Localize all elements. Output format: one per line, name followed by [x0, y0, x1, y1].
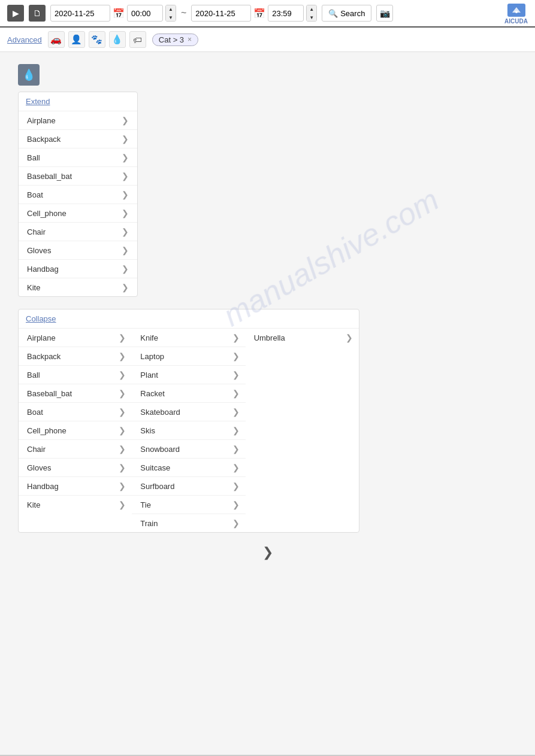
filter-drop-button[interactable]: 💧: [109, 31, 126, 48]
collapsed-panel-item[interactable]: Cell_phone❯: [19, 204, 137, 223]
camera-button[interactable]: 📷: [376, 5, 393, 22]
expanded-panel-item-col1[interactable]: Cell_phone❯: [19, 421, 132, 440]
start-time-input[interactable]: [127, 5, 163, 22]
start-date-input[interactable]: [50, 5, 110, 22]
end-date-input[interactable]: [191, 5, 251, 22]
collapse-link[interactable]: Collapse: [26, 314, 56, 323]
end-time-spinner[interactable]: ▲ ▼: [306, 5, 317, 22]
collapsed-panel-items: Airplane❯Backpack❯Ball❯Baseball_bat❯Boat…: [19, 111, 137, 296]
search-icon: 🔍: [328, 9, 338, 18]
chevron-right-icon: ❯: [232, 388, 240, 398]
expanded-panel-item-col1[interactable]: Baseball_bat❯: [19, 384, 132, 403]
expanded-panel-item-col2[interactable]: Plant❯: [132, 366, 245, 384]
chevron-right-icon: ❯: [122, 171, 129, 181]
collapsed-panel-item[interactable]: Gloves❯: [19, 241, 137, 260]
expanded-panel-item-col1[interactable]: Gloves❯: [19, 459, 132, 477]
main-content: 💧 Extend Airplane❯Backpack❯Ball❯Baseball…: [0, 52, 535, 572]
expanded-panel-item-col2[interactable]: Racket❯: [132, 384, 245, 403]
end-time-input[interactable]: [268, 5, 304, 22]
collapsed-panel-item[interactable]: Chair❯: [19, 223, 137, 241]
range-tilde: ~: [181, 8, 186, 19]
filter-icon-group: 🚗 👤 🐾 💧 🏷: [48, 31, 146, 48]
expanded-panel-item-col2[interactable]: Skis❯: [132, 421, 245, 440]
expanded-panel-item-col2[interactable]: Tie❯: [132, 496, 245, 514]
filter-car-button[interactable]: 🚗: [48, 31, 65, 48]
collapsed-panel-item[interactable]: Ball❯: [19, 148, 137, 167]
chevron-right-icon: ❯: [119, 351, 126, 361]
filter-tag-label: Cat > 3: [159, 35, 184, 44]
expanded-panel-item-col2[interactable]: Suitcase❯: [132, 459, 245, 477]
expanded-panel-item-col2[interactable]: Snowboard❯: [132, 440, 245, 459]
trigger-drop-icon: 💧: [22, 68, 35, 81]
expanded-panel-item-col1[interactable]: Boat❯: [19, 403, 132, 421]
chevron-right-icon: ❯: [119, 463, 126, 472]
panel-item-label: Train: [140, 519, 158, 528]
next-page-button[interactable]: ❯: [262, 545, 273, 560]
extend-link[interactable]: Extend: [26, 97, 50, 106]
search-button[interactable]: 🔍 Search: [322, 5, 371, 22]
toolbar: ▶ 🗋 📅 ▲ ▼ ~ 📅 ▲ ▼ 🔍 Search 📷: [0, 0, 535, 28]
expanded-panel-item-col2[interactable]: Skateboard❯: [132, 403, 245, 421]
panel-item-label: Ball: [27, 371, 40, 379]
expanded-panel-item-col1[interactable]: Handbag❯: [19, 477, 132, 496]
file-button[interactable]: 🗋: [29, 5, 46, 22]
expanded-panel-item-col1[interactable]: Ball❯: [19, 366, 132, 384]
expanded-panel-item-col2[interactable]: Knife❯: [132, 329, 245, 347]
panel-item-label: Boat: [27, 190, 43, 199]
expanded-col-2: Knife❯Laptop❯Plant❯Racket❯Skateboard❯Ski…: [132, 329, 245, 532]
panel-item-label: Handbag: [27, 265, 59, 274]
filter-person-button[interactable]: 👤: [68, 31, 85, 48]
chevron-right-icon: ❯: [346, 333, 353, 342]
panel-item-label: Racket: [140, 389, 164, 398]
logo-text: AICUDA: [504, 18, 528, 25]
video-button[interactable]: ▶: [7, 5, 24, 22]
expanded-panel-item-col2[interactable]: Surfboard❯: [132, 477, 245, 496]
collapsed-panel-item[interactable]: Kite❯: [19, 278, 137, 296]
nav-arrow-area: ❯: [18, 545, 517, 560]
end-calendar-icon[interactable]: 📅: [253, 8, 265, 19]
panel-item-label: Skateboard: [140, 408, 180, 417]
start-time-spinner[interactable]: ▲ ▼: [165, 5, 176, 22]
collapsed-panel-item[interactable]: Boat❯: [19, 186, 137, 204]
expanded-panel-item-col2[interactable]: Train❯: [132, 514, 245, 532]
trigger-area: 💧: [18, 64, 517, 86]
collapsed-panel-item[interactable]: Baseball_bat❯: [19, 167, 137, 186]
collapsed-panel-item[interactable]: Handbag❯: [19, 260, 137, 278]
chevron-right-icon: ❯: [232, 370, 240, 379]
panel-item-label: Backpack: [27, 135, 61, 144]
expanded-panel-item-col1[interactable]: Backpack❯: [19, 347, 132, 366]
panel-item-label: Handbag: [27, 482, 59, 491]
svg-point-2: [515, 11, 518, 13]
panel-item-label: Airplane: [27, 333, 56, 342]
app-logo: AICUDA: [504, 4, 528, 25]
filter-tag-button[interactable]: 🏷: [129, 31, 146, 48]
drop-filter-icon: 💧: [111, 34, 123, 45]
active-filter-tag: Cat > 3 ×: [152, 34, 198, 46]
expanded-panel-item-col3[interactable]: Umbrella❯: [246, 329, 359, 347]
chevron-right-icon: ❯: [122, 153, 129, 162]
expanded-panel-header: Collapse: [19, 309, 359, 329]
filter-tag-remove[interactable]: ×: [188, 35, 192, 44]
panel-item-label: Skis: [140, 426, 155, 435]
end-date-group: 📅 ▲ ▼: [191, 5, 317, 22]
advanced-link[interactable]: Advanced: [7, 35, 42, 44]
filter-animal-button[interactable]: 🐾: [89, 31, 105, 48]
panel-item-label: Cell_phone: [27, 426, 67, 435]
collapsed-panel-item[interactable]: Airplane❯: [19, 111, 137, 130]
panel-item-label: Surfboard: [140, 482, 174, 491]
filter-bar: Advanced 🚗 👤 🐾 💧 🏷 Cat > 3 ×: [0, 28, 535, 52]
chevron-right-icon: ❯: [232, 481, 240, 491]
expanded-panel: Collapse Airplane❯Backpack❯Ball❯Baseball…: [18, 309, 359, 533]
expanded-panel-item-col2[interactable]: Laptop❯: [132, 347, 245, 366]
expanded-panel-item-col1[interactable]: Chair❯: [19, 440, 132, 459]
chevron-right-icon: ❯: [122, 208, 129, 218]
panel-item-label: Knife: [140, 333, 158, 342]
panel-item-label: Baseball_bat: [27, 389, 72, 398]
panel-item-label: Plant: [140, 371, 158, 379]
collapsed-panel-item[interactable]: Backpack❯: [19, 130, 137, 148]
expanded-panel-item-col1[interactable]: Airplane❯: [19, 329, 132, 347]
trigger-drop-button[interactable]: 💧: [18, 64, 40, 86]
expanded-panel-item-col1[interactable]: Kite❯: [19, 496, 132, 514]
car-filter-icon: 🚗: [50, 34, 62, 45]
start-calendar-icon[interactable]: 📅: [113, 8, 125, 19]
